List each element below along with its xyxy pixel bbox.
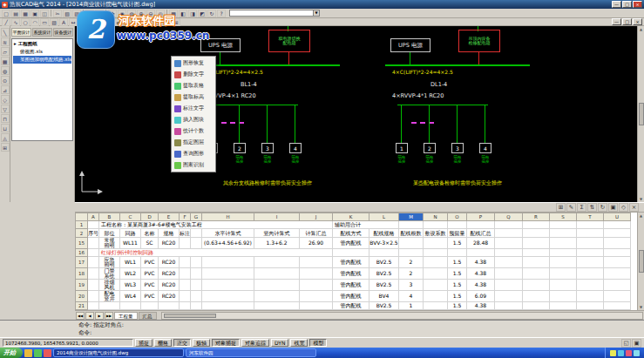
tbl-settings-icon[interactable]: ◇ xyxy=(619,203,628,212)
tb-paste-icon[interactable]: ▨ xyxy=(72,10,81,17)
cell[interactable] xyxy=(550,268,577,280)
row-header-16[interactable]: 16 xyxy=(76,249,88,257)
el-bridge-icon[interactable]: ⊓ xyxy=(1,114,10,123)
cell[interactable]: 3 xyxy=(399,280,424,291)
cell[interactable] xyxy=(424,238,448,249)
toggle-对象捕捉[interactable]: 对象捕捉 xyxy=(212,339,240,347)
scroll-thumb[interactable] xyxy=(639,250,644,273)
cell[interactable]: 配电 竖井 xyxy=(99,291,120,302)
cell[interactable] xyxy=(604,302,631,310)
tree-root[interactable]: ▸ 工程图纸 xyxy=(13,40,71,48)
cell[interactable] xyxy=(495,291,523,302)
tree-item-1[interactable]: 某图强加弱电配线路.xls xyxy=(13,56,71,64)
cell[interactable]: 工程名称：某某商厦3#-6#楼电气安装工程 xyxy=(99,221,333,229)
col-header-Q[interactable]: Q xyxy=(495,213,523,221)
cell[interactable] xyxy=(448,249,467,257)
context-menu-item-3[interactable]: 提取标高 xyxy=(173,91,214,103)
cell[interactable] xyxy=(300,291,333,302)
row-header-2[interactable]: 2 xyxy=(76,229,88,238)
cell[interactable]: SC xyxy=(141,238,159,249)
cell[interactable]: 门禁 系统 xyxy=(99,268,120,280)
cell[interactable]: 应急 照明 xyxy=(99,257,120,268)
col-header-P[interactable]: P xyxy=(467,213,495,221)
col-header-F[interactable]: F xyxy=(180,213,191,221)
cell[interactable]: 水平计算式 xyxy=(202,229,254,238)
cell[interactable] xyxy=(604,268,631,280)
row-header-18[interactable]: 18 xyxy=(76,268,88,280)
cell[interactable]: RC20 xyxy=(159,268,180,280)
cell[interactable] xyxy=(523,302,550,310)
el-annotate-icon[interactable]: ◬ xyxy=(1,133,10,142)
cell[interactable] xyxy=(424,280,448,291)
cell[interactable] xyxy=(495,238,523,249)
el-lamp-icon[interactable]: ◍ xyxy=(1,66,10,75)
scroll-up-icon[interactable]: ▲ xyxy=(640,27,642,31)
cell[interactable]: RC20 xyxy=(159,238,180,249)
cell[interactable]: 4.38 xyxy=(467,280,495,291)
tb-pan-icon[interactable]: ✚ xyxy=(108,10,117,17)
scroll-thumb[interactable] xyxy=(639,103,644,125)
show-desktop-icon[interactable] xyxy=(34,349,42,357)
cell[interactable] xyxy=(191,280,202,291)
toggle-DYN[interactable]: DYN xyxy=(271,339,288,347)
cell[interactable]: BV2.5 xyxy=(369,268,399,280)
col-header-N[interactable]: N xyxy=(424,213,448,221)
cell[interactable] xyxy=(495,268,523,280)
tb-zoom-extents-icon[interactable]: ◎ xyxy=(156,10,165,17)
toolbar-lock-icon[interactable]: ▣ xyxy=(632,339,641,348)
col-header-B[interactable]: B xyxy=(99,213,120,221)
cell[interactable]: 6.09 xyxy=(467,291,495,302)
tb-properties-icon[interactable]: ◨ xyxy=(188,10,197,17)
context-menu-item-1[interactable]: 删除文字 xyxy=(173,69,214,80)
cell[interactable]: 2 xyxy=(399,268,424,280)
tb-text-icon[interactable]: A xyxy=(59,18,68,26)
cell[interactable]: BV4 xyxy=(369,291,399,302)
cell[interactable] xyxy=(424,302,448,310)
col-header-A[interactable]: A xyxy=(88,213,99,221)
mdi-minimize-button[interactable]: — xyxy=(612,18,621,25)
scroll-down-icon[interactable]: ▼ xyxy=(640,305,642,309)
cell[interactable] xyxy=(495,257,523,268)
col-header-U[interactable]: U xyxy=(604,213,631,221)
cell[interactable]: 管内配线 xyxy=(333,268,369,280)
cell[interactable]: 4.38 xyxy=(467,257,495,268)
cell[interactable] xyxy=(604,238,631,249)
tbl-sum-icon[interactable]: Σ xyxy=(577,203,586,212)
toggle-极轴[interactable]: 极轴 xyxy=(193,339,210,347)
mdi-restore-button[interactable]: □ xyxy=(622,18,632,25)
cell[interactable]: PVC xyxy=(141,291,159,302)
cell[interactable] xyxy=(550,249,577,257)
tray-icon-3[interactable] xyxy=(634,350,640,356)
cell[interactable]: 管内配线 xyxy=(333,257,369,268)
cell[interactable]: PVC xyxy=(141,268,159,280)
cell[interactable] xyxy=(604,257,631,268)
col-header-K[interactable]: K xyxy=(333,213,369,221)
maximize-button[interactable]: □ xyxy=(622,1,632,8)
cell[interactable] xyxy=(88,249,99,257)
cell[interactable] xyxy=(88,238,99,249)
tb-match-properties-icon[interactable]: ◩ xyxy=(198,10,207,17)
tb-zoom-window-icon[interactable]: ◍ xyxy=(127,10,136,17)
cell[interactable] xyxy=(180,238,191,249)
cell[interactable]: 排烟 风机 xyxy=(99,280,120,291)
cell[interactable] xyxy=(550,229,577,238)
sheet-nav-icon-3[interactable]: ▶▶ xyxy=(105,312,113,320)
cell[interactable] xyxy=(550,280,577,291)
context-menu-item-2[interactable]: 提取表格 xyxy=(173,80,214,91)
cell[interactable] xyxy=(495,280,523,291)
tbl-table-new-icon[interactable]: ⊞ xyxy=(556,203,566,212)
cell[interactable]: 1.5 xyxy=(448,268,467,280)
col-header-M[interactable]: M xyxy=(399,213,424,221)
cell[interactable] xyxy=(180,302,191,310)
tb-copy-icon[interactable]: ▧ xyxy=(63,10,71,17)
cell[interactable] xyxy=(424,249,448,257)
tbl-print-table-icon[interactable]: ▣ xyxy=(608,203,618,212)
el-wire-icon[interactable]: ╲ xyxy=(1,28,10,37)
cell[interactable] xyxy=(550,302,577,310)
cell[interactable] xyxy=(191,302,202,310)
cell[interactable]: 竖向计算式 xyxy=(254,229,300,238)
tbl-close-table-icon[interactable]: × xyxy=(629,203,639,212)
cell[interactable]: RC20 xyxy=(159,280,180,291)
el-device-icon[interactable]: ▱ xyxy=(1,47,10,56)
cell[interactable]: 管内配线 xyxy=(333,302,369,310)
